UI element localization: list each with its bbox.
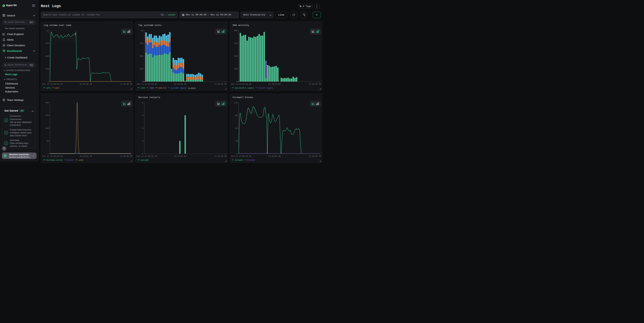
- svg-text:Nov 11 12:00:00 AM: Nov 11 12:00:00 AM: [42, 83, 62, 85]
- svg-text:kernel: kernel: [67, 159, 74, 161]
- svg-text:0: 0: [48, 153, 49, 155]
- svg-text:50: 50: [46, 140, 48, 142]
- svg-text:0: 0: [236, 81, 238, 83]
- svg-text:10:30:00 AM: 10:30:00 AM: [268, 155, 280, 157]
- svg-text:750: 750: [140, 42, 143, 44]
- svg-text:Nov 11 12:00:00 AM: Nov 11 12:00:00 AM: [137, 83, 157, 85]
- svg-text:4: 4: [142, 127, 143, 129]
- svg-text:Allowed: Allowed: [235, 159, 243, 161]
- svg-text:Nov 11 12:00:00 AM: Nov 11 12:00:00 AM: [42, 155, 62, 157]
- svg-text:10:30:00 AM: 10:30:00 AM: [268, 83, 280, 85]
- svg-text:30: 30: [235, 140, 237, 142]
- svg-text:250: 250: [45, 68, 49, 70]
- svg-text:250: 250: [140, 68, 143, 70]
- svg-text:150: 150: [45, 114, 49, 117]
- svg-text:750: 750: [45, 42, 49, 44]
- svg-text:60: 60: [235, 127, 237, 129]
- svg-text:info: info: [46, 87, 50, 89]
- svg-text:90: 90: [235, 114, 237, 117]
- svg-text:200: 200: [45, 102, 49, 104]
- svg-text:600: 600: [234, 30, 238, 32]
- svg-text:0: 0: [142, 81, 143, 83]
- svg-text:6: 6: [142, 114, 143, 117]
- svg-text:sshd: sshd: [140, 87, 145, 89]
- svg-text:systemd: systemd: [140, 159, 148, 161]
- svg-text:warn: warn: [55, 87, 59, 89]
- svg-text:100: 100: [45, 127, 49, 129]
- svg-text:10:30:00 AM: 10:30:00 AM: [80, 155, 92, 157]
- svg-text:2: 2: [142, 140, 143, 142]
- svg-text:11:30:00 PM: 11:30:00 PM: [120, 155, 132, 157]
- svg-text:1K: 1K: [141, 30, 143, 32]
- svg-text:500: 500: [140, 55, 143, 57]
- svg-text:fail2ban-server: fail2ban-server: [46, 159, 63, 161]
- svg-text:11:30:00 PM: 11:30:00 PM: [309, 83, 321, 85]
- svg-text:Nov 11 12:00:00 AM: Nov 11 12:00:00 AM: [231, 155, 251, 157]
- svg-text:450: 450: [234, 42, 238, 44]
- svg-text:systemd-logind: systemd-logind: [171, 87, 186, 89]
- svg-text:300: 300: [234, 55, 238, 57]
- svg-text:Nov 11 12:00:00 AM: Nov 11 12:00:00 AM: [231, 83, 251, 85]
- svg-text:0: 0: [142, 153, 143, 155]
- svg-text:Failed Logins: Failed Logins: [258, 87, 273, 89]
- svg-text:10:30:00 AM: 10:30:00 AM: [174, 155, 186, 157]
- svg-text:0: 0: [48, 81, 49, 83]
- svg-text:anacron: anacron: [158, 87, 166, 89]
- svg-text:10:30:00 AM: 10:30:00 AM: [174, 83, 186, 85]
- svg-text:0: 0: [236, 153, 238, 155]
- svg-text:Nov 11 12:00:00 AM: Nov 11 12:00:00 AM: [137, 155, 157, 157]
- svg-text:500: 500: [45, 55, 49, 57]
- svg-text:sshd: sshd: [78, 159, 83, 161]
- svg-text:11:30:00 PM: 11:30:00 PM: [309, 155, 321, 157]
- svg-text:150: 150: [234, 68, 238, 70]
- svg-text:120: 120: [234, 102, 238, 104]
- svg-text:10:30:00 AM: 10:30:00 AM: [80, 83, 92, 85]
- svg-text:8: 8: [142, 102, 143, 104]
- svg-text:CRON: CRON: [149, 87, 154, 89]
- svg-text:1K: 1K: [46, 30, 49, 32]
- svg-text:11:30:00 PM: 11:30:00 PM: [214, 83, 226, 85]
- svg-text:+4 more: +4 more: [188, 87, 196, 89]
- svg-text:Blocked: Blocked: [247, 159, 255, 161]
- svg-text:11:30:00 PM: 11:30:00 PM: [120, 83, 132, 85]
- svg-text:11:30:00 PM: 11:30:00 PM: [214, 155, 226, 157]
- svg-text:Successful Logins: Successful Logins: [235, 87, 254, 89]
